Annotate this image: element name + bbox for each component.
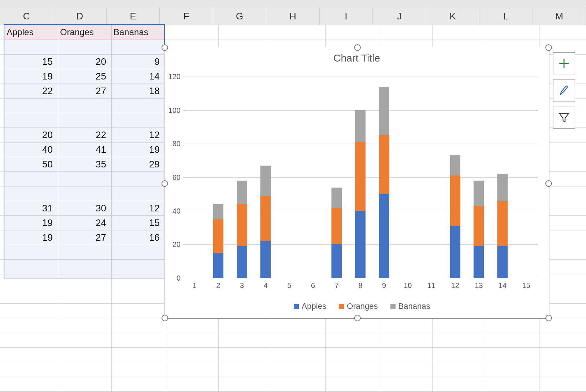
seg-oranges-4[interactable] [260,196,271,241]
seg-apples-12[interactable] [450,226,460,278]
column-header-M[interactable]: M [533,7,586,25]
cell-C-8[interactable]: 40 [4,142,56,157]
cell-E-13[interactable]: 15 [111,215,163,230]
bar-4[interactable] [260,166,271,278]
seg-oranges-8[interactable] [355,142,366,211]
cell-E-2[interactable]: 9 [111,54,163,69]
cell-E-9[interactable]: 29 [111,157,163,171]
seg-bananas-8[interactable] [355,110,366,142]
chart-plot-area[interactable]: 020406080100120 123456789101112131415 [183,77,538,278]
cell-D-9[interactable]: 35 [58,157,109,171]
cell-C-13[interactable]: 19 [4,215,56,230]
seg-bananas-3[interactable] [237,181,247,204]
seg-bananas-4[interactable] [260,166,271,196]
cell-D-4[interactable]: 27 [58,84,109,98]
seg-oranges-14[interactable] [497,201,508,246]
chart-elements-button[interactable] [553,52,575,74]
cell-C-9[interactable]: 50 [4,157,56,171]
column-header-H[interactable]: H [266,7,319,25]
seg-oranges-13[interactable] [474,206,484,246]
x-tick-15: 15 [522,281,530,290]
seg-apples-8[interactable] [355,211,366,278]
bar-13[interactable] [474,181,484,278]
bar-3[interactable] [237,181,247,278]
chart-filter-button[interactable] [553,107,575,129]
column-header-F[interactable]: F [160,7,213,25]
seg-bananas-12[interactable] [450,155,460,175]
bar-14[interactable] [497,174,508,278]
seg-apples-13[interactable] [474,246,484,278]
resize-handle-sw[interactable] [162,315,168,321]
cell-C-7[interactable]: 20 [4,127,56,142]
cell-D-12[interactable]: 30 [58,201,109,215]
chart-legend[interactable]: Apples Oranges Bananas [164,302,549,311]
resize-handle-s[interactable] [354,315,361,321]
seg-oranges-9[interactable] [379,135,389,194]
seg-oranges-2[interactable] [213,219,223,253]
column-header-K[interactable]: K [426,7,479,25]
col-header-bananas[interactable]: Bananas [111,25,165,40]
x-tick-12: 12 [451,281,459,290]
worksheet[interactable]: Apples Oranges Bananas 15209192514222718… [0,25,586,392]
seg-bananas-7[interactable] [331,188,342,208]
cell-D-14[interactable]: 27 [58,230,109,245]
resize-handle-nw[interactable] [162,44,168,51]
column-header-J[interactable]: J [373,7,426,25]
cell-C-2[interactable]: 15 [4,54,56,69]
resize-handle-se[interactable] [545,315,552,321]
seg-apples-3[interactable] [237,246,247,278]
x-tick-14: 14 [498,281,507,290]
seg-bananas-9[interactable] [379,87,389,136]
seg-oranges-12[interactable] [450,175,460,226]
cell-E-3[interactable]: 14 [111,69,163,84]
cell-E-14[interactable]: 16 [111,230,163,245]
legend-swatch-apples [294,304,299,309]
x-tick-7: 7 [335,281,339,290]
cell-C-3[interactable]: 19 [4,69,56,84]
cell-D-2[interactable]: 20 [58,54,109,69]
seg-apples-2[interactable] [213,253,223,278]
cell-C-12[interactable]: 31 [4,201,56,215]
x-tick-1: 1 [193,281,197,290]
cell-C-14[interactable]: 19 [4,230,56,245]
column-header-I[interactable]: I [320,7,373,25]
cell-C-4[interactable]: 22 [4,84,56,98]
column-header-D[interactable]: D [53,7,106,25]
resize-handle-e[interactable] [545,180,552,187]
col-header-oranges[interactable]: Oranges [58,25,111,40]
chart-title[interactable]: Chart Title [164,52,549,64]
seg-apples-7[interactable] [331,244,342,278]
chart-styles-button[interactable] [553,79,575,101]
cell-D-3[interactable]: 25 [58,69,109,84]
seg-apples-4[interactable] [260,241,271,278]
column-header-E[interactable]: E [107,7,160,25]
bar-2[interactable] [213,204,223,278]
seg-bananas-13[interactable] [474,181,484,206]
bar-7[interactable] [331,188,342,278]
cell-E-12[interactable]: 12 [111,201,163,215]
seg-oranges-7[interactable] [331,208,342,245]
seg-bananas-14[interactable] [497,174,508,201]
bar-12[interactable] [450,155,460,278]
bar-9[interactable] [379,87,389,278]
seg-oranges-3[interactable] [237,204,247,246]
x-tick-9: 9 [382,281,386,290]
resize-handle-n[interactable] [354,44,361,51]
chart-object[interactable]: Chart Title 020406080100120 123456789101… [164,47,549,319]
cell-D-8[interactable]: 41 [58,142,109,157]
seg-apples-9[interactable] [379,194,389,278]
resize-handle-ne[interactable] [545,44,552,51]
cell-E-8[interactable]: 19 [111,142,163,157]
seg-apples-14[interactable] [497,246,508,278]
column-header-L[interactable]: L [479,7,533,25]
seg-bananas-2[interactable] [213,204,223,219]
cell-D-7[interactable]: 22 [58,127,109,142]
cell-D-13[interactable]: 24 [58,215,109,230]
column-header-C[interactable]: C [0,7,53,25]
column-header-G[interactable]: G [213,7,266,25]
bar-8[interactable] [355,110,366,278]
cell-E-7[interactable]: 12 [111,127,163,142]
col-header-apples[interactable]: Apples [4,25,58,40]
y-tick-40: 40 [173,207,181,215]
cell-E-4[interactable]: 18 [111,84,163,98]
